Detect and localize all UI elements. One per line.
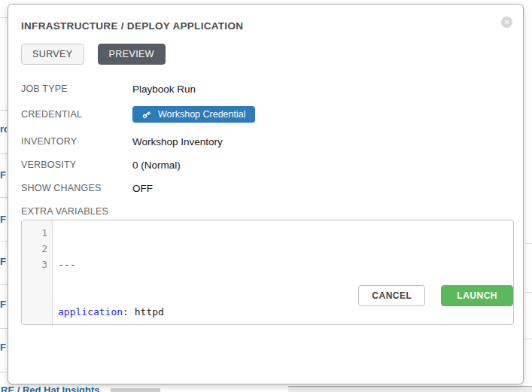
bg-row-divider xyxy=(0,372,8,372)
bg-row-divider xyxy=(525,339,532,339)
editor-line-gutter: 1 2 3 xyxy=(22,220,53,324)
field-label: SHOW CHANGES xyxy=(21,183,132,193)
extra-variables-label: EXTRA VARIABLES xyxy=(21,206,510,217)
line-number: 2 xyxy=(22,241,47,257)
field-value: 0 (Normal) xyxy=(132,160,181,171)
bg-link-fragment: F xyxy=(0,169,7,181)
bg-panel-edge xyxy=(288,386,532,392)
code-line: application: httpd xyxy=(58,304,513,320)
tab-preview[interactable]: PREVIEW xyxy=(98,44,166,65)
cancel-button[interactable]: CANCEL xyxy=(358,285,425,306)
bg-row-divider xyxy=(525,243,532,244)
editor-code-area[interactable]: --- application: httpd xyxy=(53,220,513,324)
field-value: OFF xyxy=(132,183,153,194)
modal-title: INFRASTRUCTURE / DEPLOY APPLICATION xyxy=(21,20,510,32)
bg-row-divider xyxy=(0,241,8,242)
bg-link-fragment: rc xyxy=(0,123,7,135)
launch-button[interactable]: LAUNCH xyxy=(441,285,513,306)
bg-link-fragment: F xyxy=(0,299,7,311)
tab-survey[interactable]: SURVEY xyxy=(21,44,84,65)
field-row-verbosity: VERBOSITY 0 (Normal) xyxy=(21,159,510,171)
tab-bar: SURVEY PREVIEW xyxy=(21,44,510,65)
code-line: --- xyxy=(58,257,513,272)
close-icon[interactable]: ✕ xyxy=(501,17,512,28)
bg-row-divider xyxy=(0,153,8,154)
field-value: Workshop Inventory xyxy=(132,136,223,147)
bg-row-divider xyxy=(525,292,532,293)
modal-footer: CANCEL LAUNCH xyxy=(358,285,513,306)
field-label: VERBOSITY xyxy=(21,160,132,170)
bg-link-fragment: F xyxy=(0,214,7,226)
bg-row-divider xyxy=(0,197,8,198)
bg-row-divider xyxy=(0,328,8,329)
field-row-show-changes: SHOW CHANGES OFF xyxy=(21,182,510,194)
field-label: INVENTORY xyxy=(21,136,132,147)
field-row-inventory: INVENTORY Workshop Inventory xyxy=(21,135,510,147)
credential-badge-label: Workshop Credential xyxy=(158,109,246,120)
line-number: 1 xyxy=(22,225,47,241)
job-details: JOB TYPE Playbook Run CREDENTIAL xyxy=(21,83,510,194)
field-label: CREDENTIAL xyxy=(21,109,132,120)
bg-row-divider xyxy=(0,17,8,18)
key-icon xyxy=(141,110,151,120)
line-number: 3 xyxy=(22,257,47,272)
credential-badge[interactable]: Workshop Credential xyxy=(132,106,255,123)
bg-row-divider xyxy=(0,284,8,285)
field-label: JOB TYPE xyxy=(21,84,132,94)
bg-chip-fragment xyxy=(111,388,160,392)
field-value: Playbook Run xyxy=(132,84,196,95)
deploy-application-modal: INFRASTRUCTURE / DEPLOY APPLICATION ✕ SU… xyxy=(8,4,524,384)
field-row-credential: CREDENTIAL Workshop Credential xyxy=(21,106,510,123)
bg-row-divider xyxy=(0,110,8,111)
bg-breadcrumb-fragment: RE / Red Hat Insights xyxy=(1,385,106,392)
bg-link-fragment: F xyxy=(0,256,7,268)
extra-variables-editor: 1 2 3 --- application: httpd xyxy=(21,220,514,325)
field-row-job-type: JOB TYPE Playbook Run xyxy=(21,83,510,95)
bg-link-fragment: F xyxy=(0,342,7,354)
